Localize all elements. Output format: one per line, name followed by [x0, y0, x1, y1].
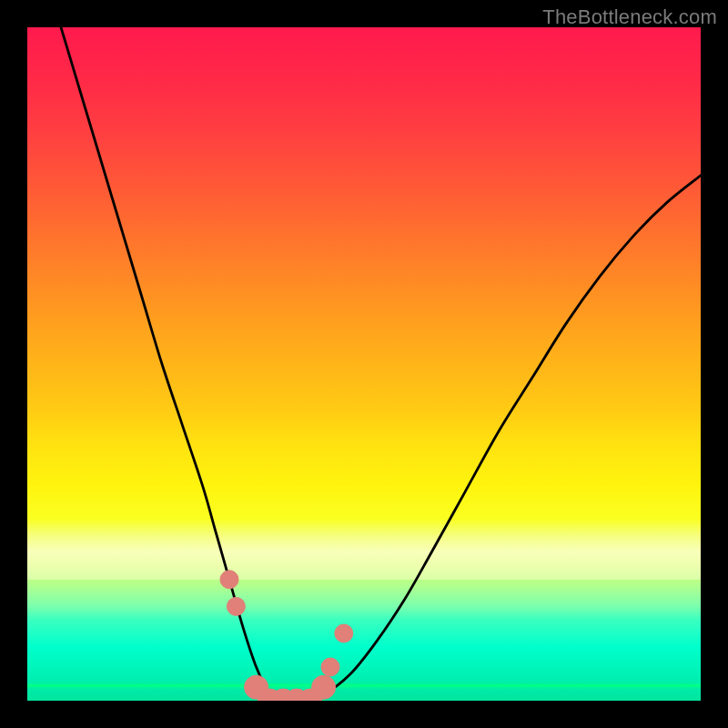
curve-marker — [312, 675, 336, 699]
plot-area — [27, 27, 701, 701]
curve-marker — [321, 658, 339, 676]
curve-svg — [27, 27, 701, 701]
bottleneck-curve-path — [61, 27, 701, 701]
curve-marker — [220, 571, 238, 589]
curve-marker — [227, 597, 245, 615]
curve-markers — [220, 571, 353, 701]
chart-frame: TheBottleneck.com — [0, 0, 728, 728]
watermark-text: TheBottleneck.com — [542, 5, 717, 29]
curve-marker — [335, 624, 353, 642]
